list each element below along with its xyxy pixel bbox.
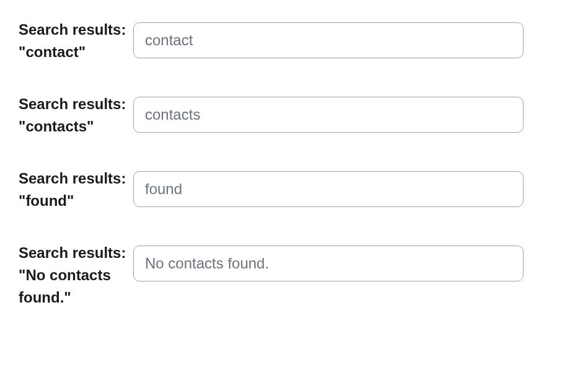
search-results-label: Search results: "contacts" — [19, 93, 127, 138]
label-col: Search results: "found" — [19, 167, 133, 212]
search-results-label: Search results: "contact" — [19, 19, 127, 63]
form-row-contacts: Search results: "contacts" — [19, 93, 569, 138]
label-col: Search results: "No contacts found." — [19, 242, 133, 309]
input-col — [133, 19, 569, 58]
search-results-label: Search results: "found" — [19, 167, 127, 212]
label-col: Search results: "contact" — [19, 19, 133, 63]
search-input-contacts[interactable] — [133, 97, 524, 133]
input-col — [133, 167, 569, 207]
search-input-contact[interactable] — [133, 22, 524, 58]
form-row-found: Search results: "found" — [19, 167, 569, 212]
label-col: Search results: "contacts" — [19, 93, 133, 138]
search-input-found[interactable] — [133, 171, 524, 207]
input-col — [133, 242, 569, 281]
search-results-label: Search results: "No contacts found." — [19, 242, 127, 309]
search-input-no-contacts-found[interactable] — [133, 246, 524, 281]
form-row-no-contacts-found: Search results: "No contacts found." — [19, 242, 569, 309]
form-row-contact: Search results: "contact" — [19, 19, 569, 63]
input-col — [133, 93, 569, 133]
